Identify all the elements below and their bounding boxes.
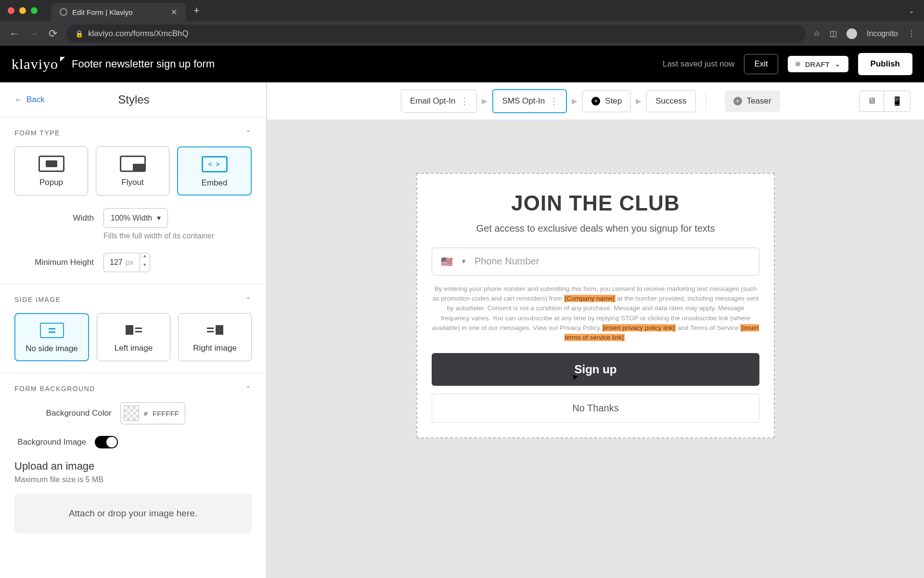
background-heading[interactable]: Form Background ⌃ [14, 385, 252, 393]
chevron-down-icon[interactable]: ▼ [461, 258, 467, 265]
browser-tab[interactable]: Edit Form | Klaviyo ✕ [51, 3, 186, 21]
chevron-down-icon: ▾ [157, 213, 161, 223]
form-type-flyout[interactable]: Flyout [96, 146, 169, 196]
section-form-background: Form Background ⌃ Background Color #FFFF… [0, 373, 266, 545]
nothanks-button[interactable]: No Thanks [432, 394, 759, 423]
publish-button[interactable]: Publish [858, 53, 912, 75]
left-image-icon [122, 322, 146, 338]
tabs-menu-icon[interactable]: ⌄ [909, 7, 914, 14]
desktop-view-icon[interactable]: 🖥 [860, 91, 884, 111]
window-controls [8, 7, 38, 14]
step-success[interactable]: Success [646, 90, 695, 112]
step-label: SMS Opt-In [502, 96, 545, 106]
bg-image-label: Background Image [14, 437, 86, 447]
signup-button[interactable]: Sign up [432, 353, 759, 386]
exit-button[interactable]: Exit [744, 54, 778, 74]
form-type-embed[interactable]: < > Embed [177, 146, 252, 196]
step-label: Step [605, 96, 622, 106]
side-image-none[interactable]: No side image [14, 313, 89, 361]
incognito-label: Incognito [867, 29, 898, 38]
min-height-value: 127 [110, 258, 123, 267]
disclaimer-part: and Terms of Service [676, 324, 740, 331]
step-label: Success [655, 96, 686, 106]
form-subheading[interactable]: Get access to exclusive deals when you s… [432, 223, 759, 234]
sidebar-header: ← Back Styles [0, 82, 266, 117]
left-image-label: Left image [115, 343, 153, 353]
disclaimer-text[interactable]: By entering your phone number and submit… [432, 284, 759, 343]
step-up-icon[interactable]: ▲ [140, 253, 150, 263]
teaser-label: Teaser [747, 96, 771, 106]
url-field[interactable]: 🔒 klaviyo.com/forms/XmcBhQ [66, 25, 806, 43]
extensions-icon[interactable]: ◫ [830, 29, 837, 38]
width-value: 100% Width [111, 214, 152, 223]
back-button[interactable]: ← [9, 27, 20, 40]
tab-strip: Edit Form | Klaviyo ✕ + ⌄ [0, 0, 924, 21]
side-image-right[interactable]: Right image [178, 313, 252, 361]
upload-dropzone[interactable]: Attach or drop your image here. [14, 494, 252, 533]
browser-actions: ☆ ◫ Incognito ⋮ [813, 28, 915, 39]
close-window-icon[interactable] [8, 7, 14, 14]
section-form-type: Form Type ⌃ Popup Flyout < > Embed Widt [0, 117, 266, 284]
form-type-heading[interactable]: Form Type ⌃ [14, 129, 252, 137]
plus-circle-icon: + [733, 97, 742, 105]
browser-menu-icon[interactable]: ⋮ [908, 29, 915, 38]
form-heading[interactable]: JOIN THE CLUB [432, 191, 759, 215]
step-email-optin[interactable]: Email Opt-In ⋮ [401, 90, 477, 113]
flyout-icon [120, 156, 146, 172]
arrow-right-icon: ▶ [572, 97, 578, 105]
step-menu-icon[interactable]: ⋮ [550, 96, 557, 106]
step-down-icon[interactable]: ▼ [140, 263, 150, 272]
reload-button[interactable]: ⟳ [47, 27, 59, 40]
width-select[interactable]: 100% Width ▾ [103, 208, 168, 228]
form-type-popup[interactable]: Popup [14, 146, 88, 196]
popup-icon [38, 156, 64, 172]
color-value: FFFFFF [153, 409, 179, 418]
step-menu-icon[interactable]: ⋮ [460, 96, 468, 106]
flag-icon[interactable]: 🇺🇸 [441, 256, 453, 267]
side-image-options: No side image Left image Right image [14, 313, 252, 361]
status-dropdown[interactable]: DRAFT ⌄ [788, 56, 848, 72]
upload-title: Upload an image [14, 460, 252, 473]
minimize-window-icon[interactable] [19, 7, 26, 14]
new-tab-button[interactable]: + [193, 4, 200, 17]
mobile-view-icon[interactable]: 📱 [884, 91, 910, 111]
right-image-label: Right image [193, 343, 237, 353]
step-bar: Email Opt-In ⋮ ▶ SMS Opt-In ⋮ ▶ + Step ▶… [267, 82, 924, 120]
chevron-up-icon: ⌃ [245, 296, 252, 303]
min-height-input[interactable]: 127 px ▲ ▼ [103, 253, 150, 272]
forward-button: → [28, 27, 39, 40]
stepper: ▲ ▼ [140, 253, 150, 272]
fullscreen-window-icon[interactable] [31, 7, 38, 14]
status-label: DRAFT [805, 60, 830, 68]
embed-icon: < > [202, 156, 228, 172]
close-tab-icon[interactable]: ✕ [171, 8, 177, 17]
arrow-right-icon: ▶ [482, 97, 488, 105]
min-height-label: Minimum Height [14, 258, 94, 267]
step-sms-optin[interactable]: SMS Opt-In ⋮ [492, 89, 567, 113]
side-image-left[interactable]: Left image [97, 313, 170, 361]
disclaimer-part: . [625, 334, 627, 341]
bg-image-toggle[interactable] [95, 436, 118, 448]
width-row: Width 100% Width ▾ [14, 208, 252, 228]
bookmark-icon[interactable]: ☆ [813, 29, 820, 38]
chevron-up-icon: ⌃ [245, 385, 252, 393]
flyout-label: Flyout [121, 178, 143, 187]
phone-input[interactable]: 🇺🇸 ▼ Phone Number [432, 248, 759, 276]
logo[interactable]: klaviyo [12, 56, 58, 72]
form-preview[interactable]: JOIN THE CLUB Get access to exclusive de… [416, 173, 775, 439]
sidebar-title: Styles [45, 93, 223, 106]
add-step-button[interactable]: + Step [582, 90, 631, 112]
arrow-left-icon: ← [14, 95, 23, 105]
side-image-label: Side Image [14, 296, 61, 303]
incognito-icon [847, 28, 857, 39]
side-image-heading[interactable]: Side Image ⌃ [14, 296, 252, 303]
step-label: Email Opt-In [410, 96, 455, 106]
bg-color-input[interactable]: #FFFFFF [120, 402, 185, 424]
back-link[interactable]: ← Back [14, 95, 45, 105]
teaser-button[interactable]: + Teaser [725, 91, 780, 112]
form-canvas[interactable]: ➤ JOIN THE CLUB Get access to exclusive … [267, 120, 924, 578]
min-height-row: Minimum Height 127 px ▲ ▼ [14, 253, 252, 272]
chevron-up-icon: ⌃ [245, 129, 252, 137]
phone-placeholder: Phone Number [475, 256, 539, 267]
hash-prefix: # [144, 409, 148, 418]
